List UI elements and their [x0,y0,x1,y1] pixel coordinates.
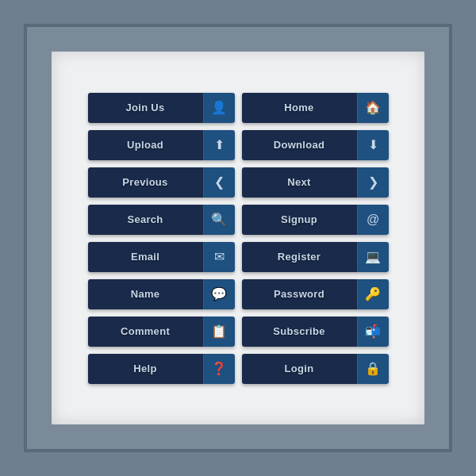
name-icon: 💬 [203,279,235,309]
login-label: Login [242,354,357,384]
home-label: Home [242,93,357,123]
login-button[interactable]: Login🔒 [242,354,389,384]
signup-label: Signup [242,205,357,235]
join-us-button[interactable]: Join Us👤 [88,93,235,123]
search-button[interactable]: Search🔍 [88,205,235,235]
previous-button[interactable]: Previous❮ [88,167,235,198]
name-button[interactable]: Name💬 [88,279,235,309]
comment-label: Comment [88,317,203,347]
upload-label: Upload [88,130,203,160]
signup-button[interactable]: Signup@ [242,205,389,235]
search-icon: 🔍 [203,205,235,235]
download-button[interactable]: Download⬇ [242,130,389,160]
email-label: Email [88,242,203,272]
search-label: Search [88,205,203,235]
help-button[interactable]: Help❓ [88,354,235,384]
inner-panel: Join Us👤Home🏠Upload⬆Download⬇Previous❮Ne… [52,52,424,424]
outer-frame: Join Us👤Home🏠Upload⬆Download⬇Previous❮Ne… [24,24,452,452]
previous-icon: ❮ [203,167,235,198]
comment-icon: 📋 [203,317,235,347]
home-icon: 🏠 [357,93,389,123]
password-label: Password [242,279,357,309]
register-label: Register [242,242,357,272]
help-icon: ❓ [203,354,235,384]
email-icon: ✉ [203,242,235,272]
subscribe-icon: 📬 [357,317,389,347]
signup-icon: @ [357,205,389,235]
help-label: Help [88,354,203,384]
next-button[interactable]: Next❯ [242,167,389,198]
join-us-icon: 👤 [203,93,235,123]
login-icon: 🔒 [357,354,389,384]
upload-button[interactable]: Upload⬆ [88,130,235,160]
subscribe-button[interactable]: Subscribe📬 [242,317,389,347]
home-button[interactable]: Home🏠 [242,93,389,123]
buttons-grid: Join Us👤Home🏠Upload⬆Download⬇Previous❮Ne… [80,85,397,392]
upload-icon: ⬆ [203,130,235,160]
password-button[interactable]: Password🔑 [242,279,389,309]
name-label: Name [88,279,203,309]
register-button[interactable]: Register💻 [242,242,389,272]
email-button[interactable]: Email✉ [88,242,235,272]
register-icon: 💻 [357,242,389,272]
download-label: Download [242,130,357,160]
join-us-label: Join Us [88,93,203,123]
next-icon: ❯ [357,167,389,198]
subscribe-label: Subscribe [242,317,357,347]
next-label: Next [242,167,357,198]
download-icon: ⬇ [357,130,389,160]
password-icon: 🔑 [357,279,389,309]
comment-button[interactable]: Comment📋 [88,317,235,347]
previous-label: Previous [88,167,203,198]
